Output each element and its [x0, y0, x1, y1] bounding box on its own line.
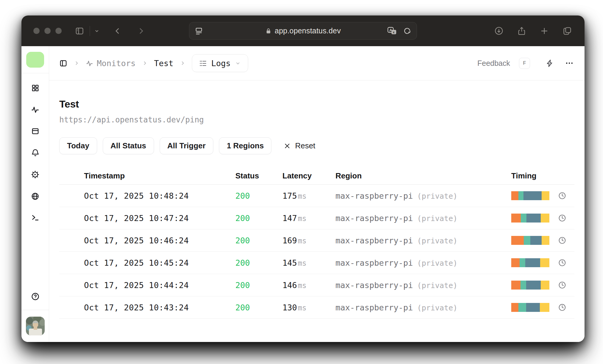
tab-overview-icon[interactable]: [562, 26, 572, 36]
latency-unit: ms: [298, 192, 307, 200]
download-icon[interactable]: [494, 26, 503, 35]
svg-text:x: x: [393, 30, 394, 34]
browser-window: app.openstatus.dev Ax: [21, 15, 585, 342]
timing-segment: [521, 214, 526, 223]
status-pages-icon[interactable]: [31, 127, 39, 135]
view-selector-logs[interactable]: Logs: [192, 54, 248, 72]
timing-bar: [511, 236, 549, 245]
region-note: (private): [417, 237, 457, 245]
latency-value: 146: [282, 281, 297, 290]
clock-icon[interactable]: [558, 214, 566, 222]
reset-filters-button[interactable]: Reset: [284, 141, 315, 150]
clock-icon[interactable]: [558, 236, 566, 245]
back-button[interactable]: [114, 27, 122, 35]
column-header-latency[interactable]: Latency: [269, 171, 322, 181]
region-note: (private): [417, 192, 457, 200]
close-button[interactable]: [33, 28, 40, 34]
minimize-button[interactable]: [44, 28, 51, 34]
clock-icon[interactable]: [558, 281, 566, 289]
clock-icon[interactable]: [558, 303, 566, 312]
log-timestamp: Oct 17, 2025 10:47:24: [73, 214, 222, 223]
log-timing: [498, 191, 574, 200]
timing-segment: [530, 236, 542, 245]
clock-icon[interactable]: [558, 192, 566, 200]
notifications-icon[interactable]: [31, 149, 39, 157]
timing-segment: [518, 191, 523, 200]
log-row[interactable]: Oct 17, 2025 10:47:24 200 147ms max-rasp…: [59, 207, 574, 229]
reader-icon[interactable]: [195, 27, 203, 35]
help-icon[interactable]: [31, 292, 40, 301]
translate-icon[interactable]: Ax: [387, 27, 397, 35]
more-options-icon[interactable]: [565, 59, 574, 68]
lock-icon: [265, 27, 271, 35]
feedback-button[interactable]: Feedback: [477, 59, 510, 68]
chevron-down-icon[interactable]: [94, 28, 100, 34]
address-text: app.openstatus.dev: [275, 27, 341, 35]
zoom-button[interactable]: [55, 28, 62, 34]
column-header-status[interactable]: Status: [222, 171, 269, 181]
sidebar-toggle-icon[interactable]: [75, 27, 84, 35]
timing-segment: [542, 191, 549, 200]
timing-segment: [540, 258, 549, 267]
activity-icon: [86, 60, 93, 67]
chevron-right-icon: [142, 60, 147, 66]
user-avatar[interactable]: [26, 317, 45, 335]
filter-status-button[interactable]: All Status: [103, 137, 154, 154]
log-row[interactable]: Oct 17, 2025 10:48:24 200 175ms max-rasp…: [59, 185, 574, 207]
app-topbar: Monitors Test Logs: [49, 46, 585, 80]
chevron-down-icon: [235, 60, 241, 66]
log-row[interactable]: Oct 17, 2025 10:45:24 200 145ms max-rasp…: [59, 252, 574, 274]
log-timing: [498, 303, 574, 312]
filter-regions-button[interactable]: 1 Regions: [219, 137, 271, 154]
column-header-timestamp[interactable]: Timestamp: [73, 171, 222, 181]
timing-segment: [523, 191, 542, 200]
log-status-code: 200: [222, 303, 269, 312]
latency-value: 175: [282, 191, 297, 200]
globe-icon[interactable]: [31, 192, 39, 200]
column-header-timing[interactable]: Timing: [498, 171, 574, 181]
log-status-code: 200: [222, 191, 269, 200]
filter-trigger-button[interactable]: All Trigger: [160, 137, 214, 154]
breadcrumb: Monitors Test Logs: [59, 54, 248, 72]
breadcrumb-monitor-name[interactable]: Test: [154, 59, 173, 68]
chevron-right-icon: [180, 60, 185, 66]
dashboard-icon[interactable]: [31, 84, 39, 92]
region-name: max-raspberry-pi: [335, 258, 413, 267]
log-latency: 175ms: [269, 191, 322, 200]
breadcrumb-monitors[interactable]: Monitors: [86, 59, 136, 68]
region-name: max-raspberry-pi: [335, 191, 413, 200]
clock-icon[interactable]: [558, 259, 566, 267]
log-region: max-raspberry-pi(private): [322, 214, 498, 223]
log-row[interactable]: Oct 17, 2025 10:43:24 200 130ms max-rasp…: [59, 296, 574, 319]
new-tab-icon[interactable]: [540, 27, 549, 35]
log-timestamp: Oct 17, 2025 10:48:24: [73, 191, 222, 200]
reload-icon[interactable]: [403, 27, 411, 35]
log-row[interactable]: Oct 17, 2025 10:44:24 200 146ms max-rasp…: [59, 274, 574, 296]
log-latency: 169ms: [269, 236, 322, 245]
latency-value: 145: [282, 258, 297, 267]
workspace-logo[interactable]: [26, 52, 44, 68]
timing-segment: [511, 214, 521, 223]
log-row[interactable]: Oct 17, 2025 10:46:24 200 169ms max-rasp…: [59, 229, 574, 252]
traffic-lights[interactable]: [33, 28, 62, 34]
settings-icon[interactable]: [31, 170, 39, 179]
log-timing: [498, 214, 574, 223]
log-status-code: 200: [222, 236, 269, 245]
filter-date-button[interactable]: Today: [59, 137, 97, 154]
column-header-region[interactable]: Region: [322, 171, 498, 181]
terminal-icon[interactable]: [31, 214, 39, 222]
timing-bar: [511, 281, 549, 290]
monitors-icon[interactable]: [31, 105, 39, 114]
timing-segment: [520, 258, 525, 267]
address-bar[interactable]: app.openstatus.dev Ax: [189, 22, 417, 40]
log-latency: 147ms: [269, 214, 322, 223]
share-icon[interactable]: [517, 26, 526, 36]
panel-toggle-icon[interactable]: [59, 59, 67, 67]
timing-bar: [511, 258, 549, 267]
log-timing: [498, 281, 574, 290]
forward-button[interactable]: [137, 27, 145, 35]
region-note: (private): [417, 214, 457, 223]
command-bolt-icon[interactable]: [546, 59, 554, 68]
timing-segment: [511, 303, 518, 312]
timing-segment: [526, 214, 540, 223]
